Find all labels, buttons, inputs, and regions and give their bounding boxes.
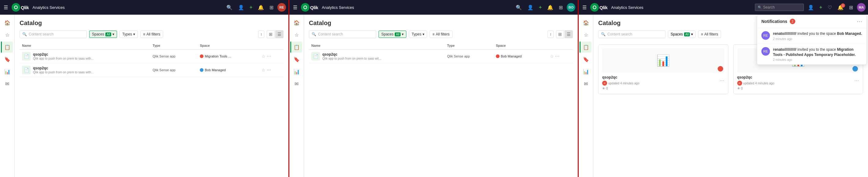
plus-icon[interactable]: + [818, 3, 824, 11]
sort-btn-2[interactable]: ↕ [548, 31, 554, 38]
item-name-cell: 📄 qsop2qc Qlik app to push from on prem … [22, 52, 148, 61]
types-filter-1[interactable]: Types ▾ [120, 31, 138, 38]
card-updated-time: updated 4 minutes ago [743, 82, 775, 85]
spaces-filter-3[interactable]: Spaces All ▾ [668, 31, 696, 38]
notification-item[interactable]: RE renato//////////// invited you to the… [757, 44, 866, 65]
navbar-3: ☰ Qlik Analytics Services 🔍 👤 + ♡ 🔔 2 ⊞ … [579, 0, 868, 15]
apps-grid-icon[interactable]: ⊞ [268, 3, 275, 11]
spaces-filter-2[interactable]: Spaces All ▾ [378, 31, 406, 38]
sort-btn-1[interactable]: ↕ [258, 31, 264, 38]
search-box-2[interactable]: 🔍 [309, 30, 376, 38]
user-icon[interactable]: 👤 [237, 3, 246, 11]
star-icon[interactable]: ☆ [261, 67, 266, 72]
card-more-options-icon[interactable]: ⋯ [854, 78, 859, 84]
item-name-cell: 📄 qsop2qc Qlik app to push from on prem … [22, 66, 148, 74]
search-box-3[interactable]: 🔍 [598, 30, 665, 38]
view-toggle-2: ⊞ ☰ [556, 30, 573, 38]
svg-point-3 [304, 6, 306, 8]
nav-search-input-3[interactable] [763, 5, 801, 9]
bell-icon[interactable]: 🔔 [256, 3, 266, 11]
all-filters-btn-2[interactable]: ≡ All filters [430, 31, 452, 38]
list-view-btn-1[interactable]: ☰ [275, 30, 283, 38]
col-name-1: Name [20, 42, 150, 50]
card-more-options-icon[interactable]: ⋯ [719, 78, 724, 84]
sidebar-item-messages[interactable]: ✉ [581, 78, 591, 89]
sidebar-item-home[interactable]: 🏠 [291, 17, 302, 28]
user-avatar[interactable]: RE [277, 3, 286, 11]
sidebar-item-favorites[interactable]: ☆ [581, 29, 591, 40]
more-options-icon[interactable]: ⋯ [267, 67, 271, 72]
sidebar-item-analytics[interactable]: 📊 [291, 66, 302, 77]
apps-grid-icon[interactable]: ⊞ [847, 3, 855, 11]
grid-view-btn-1[interactable]: ⊞ [267, 30, 275, 38]
sidebar-item-home[interactable]: 🏠 [2, 17, 13, 28]
search-icon[interactable]: 🔍 [514, 3, 523, 11]
nav-search-icon: 🔍 [758, 5, 762, 9]
sidebar-item-collections[interactable]: 🔖 [2, 54, 13, 65]
hamburger-menu-icon[interactable]: ☰ [581, 3, 588, 11]
search-box-1[interactable]: 🔍 [20, 30, 87, 38]
plus-icon[interactable]: + [537, 3, 543, 11]
search-icon[interactable]: 🔍 [225, 3, 234, 11]
sidebar-item-favorites[interactable]: ☆ [291, 29, 302, 40]
navbar-1: ☰ Qlik Analytics Services 🔍 👤 + 🔔 ⊞ RE [0, 0, 288, 15]
plus-icon[interactable]: + [248, 3, 254, 11]
apps-grid-icon[interactable]: ⊞ [557, 3, 564, 11]
sidebar-item-home[interactable]: 🏠 [581, 17, 591, 28]
notifications-title: Notifications [762, 19, 787, 24]
sidebar-item-messages[interactable]: ✉ [291, 78, 302, 89]
more-options-icon[interactable]: ⋯ [267, 54, 271, 59]
search-input-1[interactable] [29, 32, 84, 36]
search-input-3[interactable] [608, 32, 663, 36]
star-icon[interactable]: ☆ [261, 54, 266, 59]
catalog-card[interactable]: 📊 qsop2qc R updated 4 minutes ago ⋯ [598, 44, 728, 94]
star-icon[interactable]: ☆ [550, 54, 554, 59]
service-title: Analytics Services [611, 5, 643, 10]
notification-body: renato//////////// invited you to the sp… [773, 47, 862, 62]
table-row[interactable]: 📄 qsop2qc Qlik app to push from on prem … [20, 50, 283, 63]
catalog-table-2: Name Type Space 📄 qsop2qc [309, 42, 573, 63]
table-row[interactable]: 📄 qsop2qc Qlik app to push from on prem … [309, 50, 573, 63]
sidebar-item-catalog[interactable]: 📋 [290, 41, 302, 53]
types-label: Types [411, 32, 421, 36]
notifications-more-icon[interactable]: ⋯ [857, 18, 862, 25]
spaces-filter-1[interactable]: Spaces All ▾ [89, 31, 117, 38]
grid-view-btn-2[interactable]: ⊞ [556, 30, 564, 38]
user-avatar[interactable]: MA [857, 3, 866, 11]
search-input-2[interactable] [318, 32, 373, 36]
more-options-icon[interactable]: ⋯ [555, 54, 559, 59]
item-app-icon: 📄 [22, 52, 31, 61]
sidebar-item-catalog[interactable]: 📋 [580, 41, 591, 53]
user-icon[interactable]: 👤 [806, 3, 815, 11]
heart-icon[interactable]: ♡ [826, 3, 834, 11]
nav-search-box-3[interactable]: 🔍 [755, 4, 804, 11]
table-row[interactable]: 📄 qsop2qc Qlik app to push from on prem … [20, 63, 283, 77]
col-type-2: Type [444, 42, 493, 50]
sidebar-item-collections[interactable]: 🔖 [291, 54, 302, 65]
bell-with-badge[interactable]: 🔔 2 [836, 3, 845, 11]
hamburger-menu-icon[interactable]: ☰ [292, 3, 299, 11]
notification-item[interactable]: RE renato//////////// invited you to the… [757, 28, 866, 44]
spaces-label-3: Spaces [671, 32, 683, 36]
all-filters-btn-1[interactable]: ≡ All filters [140, 31, 163, 38]
sidebar-item-catalog[interactable]: 📋 [1, 41, 13, 53]
notification-space-name: Bob Managed. [837, 31, 862, 36]
space-color-dot [200, 54, 204, 58]
list-view-btn-2[interactable]: ☰ [565, 30, 573, 38]
card-space-badge [718, 66, 723, 71]
bell-icon[interactable]: 🔔 [546, 3, 555, 11]
filter-bar-1: 🔍 Spaces All ▾ Types ▾ ≡ All filters ↕ [20, 30, 283, 38]
all-filters-btn-3[interactable]: ≡ All filters [698, 31, 721, 38]
row-actions: ☆ ⋯ [261, 67, 281, 72]
sidebar-item-collections[interactable]: 🔖 [581, 54, 591, 65]
sidebar-item-messages[interactable]: ✉ [2, 78, 13, 89]
user-icon[interactable]: 👤 [526, 3, 535, 11]
sidebar-item-analytics[interactable]: 📊 [2, 66, 13, 77]
hamburger-menu-icon[interactable]: ☰ [2, 3, 9, 11]
sidebar-item-favorites[interactable]: ☆ [2, 29, 13, 40]
search-input-icon: 🔍 [312, 32, 316, 36]
search-input-icon: 🔍 [601, 32, 606, 36]
user-avatar[interactable]: BO [567, 3, 575, 11]
sidebar-item-analytics[interactable]: 📊 [581, 66, 591, 77]
types-filter-2[interactable]: Types ▾ [409, 31, 427, 38]
